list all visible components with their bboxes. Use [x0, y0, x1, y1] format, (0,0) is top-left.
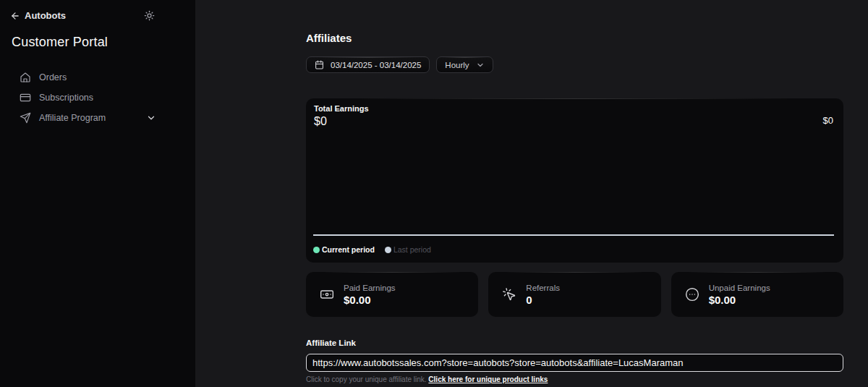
paid-earnings-card: Paid Earnings $0.00: [306, 272, 478, 317]
sidebar-item-label: Subscriptions: [39, 93, 156, 103]
main-content: Affiliates 03/14/2025 - 03/14/2025 Hourl…: [195, 0, 868, 387]
interval-select[interactable]: Hourly: [436, 56, 493, 73]
cursor-click-icon: [502, 287, 516, 302]
unpaid-earnings-card: Unpaid Earnings $0.00: [671, 272, 843, 317]
page-title: Customer Portal: [12, 35, 156, 50]
section-title: Affiliates: [306, 32, 843, 44]
total-earnings-chart-card: Total Earnings $0 $0 Current period Last…: [306, 98, 843, 263]
interval-value: Hourly: [445, 61, 469, 69]
chart-flat-line: [313, 234, 834, 236]
sidebar-item-label: Affiliate Program: [39, 113, 138, 123]
stat-label: Referrals: [526, 284, 560, 292]
product-links-link[interactable]: Click here for unique product links: [428, 375, 548, 383]
legend-label: Last period: [393, 245, 431, 254]
date-range-value: 03/14/2025 - 03/14/2025: [331, 61, 421, 69]
stats-row: Paid Earnings $0.00 Referrals 0 Unpaid E…: [306, 272, 843, 317]
credit-card-icon: [20, 92, 31, 103]
sidebar-item-orders[interactable]: Orders: [10, 67, 156, 88]
stat-value: $0.00: [709, 294, 770, 306]
sidebar-item-label: Orders: [39, 72, 156, 82]
legend-current-period: Current period: [313, 245, 375, 254]
y-axis-max-label: $0: [823, 115, 833, 126]
affiliate-link-input[interactable]: [306, 354, 843, 372]
stat-text: Paid Earnings $0.00: [344, 284, 396, 306]
legend-dot-current: [313, 247, 320, 253]
legend-dot-last: [385, 247, 391, 253]
sidebar: Autobots Customer Portal Orders Subscrip…: [0, 0, 195, 387]
legend-label: Current period: [322, 245, 375, 254]
stat-label: Paid Earnings: [344, 284, 396, 292]
sidebar-nav: Orders Subscriptions Affiliate Program: [10, 67, 156, 128]
chart-title: Total Earnings: [314, 104, 834, 113]
sun-icon: [144, 10, 155, 21]
chart-total-value: $0: [314, 115, 834, 128]
filter-controls: 03/14/2025 - 03/14/2025 Hourly: [306, 56, 843, 73]
affiliate-link-label: Affiliate Link: [306, 339, 843, 347]
arrow-left-icon: [10, 11, 20, 21]
home-icon: [20, 72, 31, 83]
referrals-card: Referrals 0: [488, 272, 660, 317]
stat-text: Referrals 0: [526, 284, 560, 306]
stat-value: $0.00: [344, 294, 396, 306]
stat-label: Unpaid Earnings: [709, 284, 770, 292]
chevron-down-icon[interactable]: [146, 113, 156, 123]
stat-value: 0: [526, 294, 560, 306]
affiliate-link-caption: Click to copy your unique affiliate link…: [306, 375, 843, 383]
chart-legend: Current period Last period: [313, 245, 834, 254]
calendar-icon: [315, 60, 324, 69]
banknote-icon: [320, 287, 334, 302]
theme-toggle-button[interactable]: [142, 9, 156, 22]
back-to-store-link[interactable]: Autobots: [10, 10, 66, 21]
chart-plot-area: [313, 128, 834, 236]
sidebar-item-subscriptions[interactable]: Subscriptions: [10, 88, 156, 108]
chevron-down-icon: [476, 61, 485, 69]
date-range-picker[interactable]: 03/14/2025 - 03/14/2025: [306, 56, 430, 73]
legend-last-period: Last period: [385, 245, 431, 254]
send-icon: [20, 112, 31, 124]
circle-ellipsis-icon: [685, 287, 699, 302]
affiliate-link-section: Affiliate Link Click to copy your unique…: [306, 339, 843, 383]
stat-text: Unpaid Earnings $0.00: [709, 284, 770, 306]
copy-hint-text: Click to copy your unique affiliate link…: [306, 375, 428, 383]
sidebar-item-affiliate-program[interactable]: Affiliate Program: [10, 108, 156, 128]
back-link-label: Autobots: [25, 10, 66, 21]
sidebar-header: Autobots: [10, 9, 156, 22]
